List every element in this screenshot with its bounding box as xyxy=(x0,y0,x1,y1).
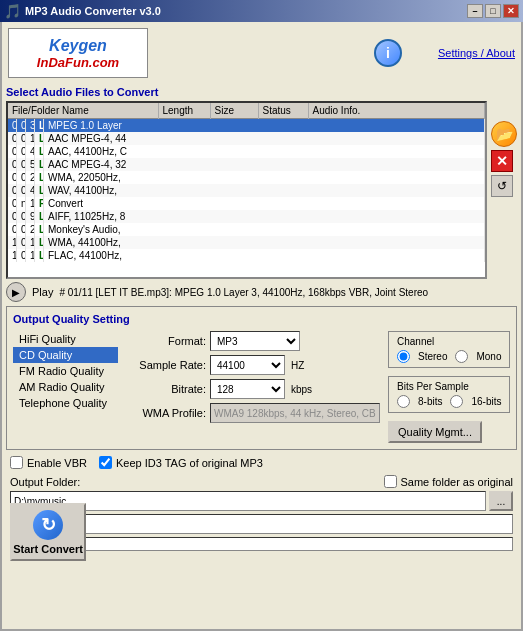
browse-button[interactable]: ... xyxy=(489,491,513,511)
output-folder-label: Output Folder: xyxy=(10,476,80,488)
8bits-radio[interactable] xyxy=(397,395,410,408)
mono-radio[interactable] xyxy=(455,350,468,363)
table-row[interactable]: 05 sample_wma.wma 0:09:26 2.2 MB Loaded … xyxy=(8,171,485,184)
same-folder-checkbox[interactable] xyxy=(384,475,397,488)
format-select[interactable]: MP3WAVOGGWMAAAC xyxy=(210,331,300,351)
cell-status: Loaded xyxy=(35,223,44,236)
cell-audio: FLAC, 44100Hz, xyxy=(44,249,485,262)
channel-box: Channel Stereo Mono xyxy=(388,331,510,368)
cell-length: 0:00:09 xyxy=(17,249,26,262)
cell-name: 09 sample_ape.ape xyxy=(8,223,17,236)
stereo-label: Stereo xyxy=(418,351,447,362)
cell-status: Loaded xyxy=(35,145,44,158)
cell-status: Loaded xyxy=(35,184,44,197)
app-icon: 🎵 xyxy=(4,3,21,19)
quality-settings: Format: MP3WAVOGGWMAAAC Sample Rate: 441… xyxy=(126,331,380,443)
table-row[interactable]: 06 My heart will go on.wav 0:04:38 46.8 … xyxy=(8,184,485,197)
play-button[interactable]: ▶ xyxy=(6,282,26,302)
cell-status: Loaded xyxy=(35,158,44,171)
refresh-icon[interactable]: ↺ xyxy=(491,175,513,197)
cell-size: 5.6 MB xyxy=(26,158,35,171)
add-files-icon[interactable]: 📂 xyxy=(491,121,517,147)
remove-icon[interactable]: ✕ xyxy=(491,150,513,172)
app-title: MP3 Audio Converter v3.0 xyxy=(25,5,161,17)
stereo-radio[interactable] xyxy=(397,350,410,363)
table-row[interactable]: 07 myaudiofiles n/a 10 files Folder Conv… xyxy=(8,197,485,210)
settings-link[interactable]: Settings / About xyxy=(438,47,515,59)
cell-size: 2.2 MB xyxy=(26,171,35,184)
table-scroll[interactable]: 01 LET IT BE.mp3 0:03:06 3.7 MB Loaded M… xyxy=(8,119,485,274)
quality-mgmt-button[interactable]: Quality Mgmt... xyxy=(388,421,482,443)
cell-name: 07 myaudiofiles xyxy=(8,197,17,210)
samplerate-select[interactable]: 441002205011025 xyxy=(210,355,285,375)
cell-length: n/a xyxy=(17,197,26,210)
table-row[interactable]: 01 LET IT BE.mp3 0:03:06 3.7 MB Loaded M… xyxy=(8,119,485,132)
16bits-label: 16-bits xyxy=(471,396,501,407)
16bits-radio[interactable] xyxy=(450,395,463,408)
bottom-section: ↻ Start Convert Output Folder: Same fold… xyxy=(10,475,513,551)
cell-audio: WMA, 44100Hz, xyxy=(44,236,485,249)
info-button[interactable]: i xyxy=(374,39,402,67)
quality-item[interactable]: AM Radio Quality xyxy=(13,379,118,395)
keep-id3-label: Keep ID3 TAG of original MP3 xyxy=(116,457,263,469)
cell-audio: AIFF, 11025Hz, 8 xyxy=(44,210,485,223)
quality-item[interactable]: HiFi Quality xyxy=(13,331,118,347)
play-label: Play xyxy=(32,286,53,298)
cell-status: Loaded xyxy=(35,210,44,223)
enable-vbr-checkbox[interactable] xyxy=(10,456,23,469)
cell-size: 939 KB xyxy=(26,210,35,223)
bitrate-select[interactable]: 12864192320 xyxy=(210,379,285,399)
maximize-button[interactable]: □ xyxy=(485,4,501,18)
bits-box: Bits Per Sample 8-bits 16-bits xyxy=(388,376,510,413)
play-bar: ▶ Play # 01/11 [LET IT BE.mp3]: MPEG 1.0… xyxy=(6,282,517,302)
minimize-button[interactable]: – xyxy=(467,4,483,18)
cell-name: 01 LET IT BE.mp3 xyxy=(8,119,17,132)
cell-name: 05 sample_wma.wma xyxy=(8,171,17,184)
quality-item[interactable]: FM Radio Quality xyxy=(13,363,118,379)
file-table-container: File/Folder Name Length Size Status Audi… xyxy=(6,101,487,279)
channel-title: Channel xyxy=(397,336,501,347)
file-table: File/Folder Name Length Size Status Audi… xyxy=(8,103,485,119)
file-data-table: 01 LET IT BE.mp3 0:03:06 3.7 MB Loaded M… xyxy=(8,119,485,262)
col-size: Size xyxy=(210,103,258,119)
close-button[interactable]: ✕ xyxy=(503,4,519,18)
cell-length: 0:03:20 xyxy=(17,132,26,145)
start-icon: ↻ xyxy=(33,510,63,540)
quality-item[interactable]: CD Quality xyxy=(13,347,118,363)
quality-section-title: Output Quality Setting xyxy=(13,313,510,325)
keep-id3-checkbox[interactable] xyxy=(99,456,112,469)
cell-audio: AAC, 44100Hz, C xyxy=(44,145,485,158)
cell-size: 3.7 MB xyxy=(26,119,35,132)
start-convert-button[interactable]: ↻ Start Convert xyxy=(10,503,86,561)
file-section-label: Select Audio Files to Convert xyxy=(6,86,517,98)
table-row[interactable]: 04 sample.mp4.mp4 0:05:14 5.6 MB Loaded … xyxy=(8,158,485,171)
quality-section: Output Quality Setting HiFi QualityCD Qu… xyxy=(6,306,517,450)
cell-size: 1.4 MB xyxy=(26,132,35,145)
table-row[interactable]: 02 samples_m4a.m4a 0:03:20 1.4 MB Loaded… xyxy=(8,132,485,145)
col-status: Status xyxy=(258,103,308,119)
cell-name: 10 sample_asf.asf xyxy=(8,236,17,249)
cell-size: 4.4 MB xyxy=(26,145,35,158)
cell-status: Folder xyxy=(35,197,44,210)
table-row[interactable]: 09 sample_ape.ape 0:04:32 29.8 MB Loaded… xyxy=(8,223,485,236)
quality-layout: HiFi QualityCD QualityFM Radio QualityAM… xyxy=(13,331,510,443)
keep-id3-row: Keep ID3 TAG of original MP3 xyxy=(99,456,263,469)
samplerate-unit: HZ xyxy=(291,360,304,371)
cell-audio: AAC MPEG-4, 32 xyxy=(44,158,485,171)
table-row[interactable]: 11 sample_flac.flac 0:00:09 1.3 MB Loade… xyxy=(8,249,485,262)
cell-size: 29.8 MB xyxy=(26,223,35,236)
cell-length: 0:04:38 xyxy=(17,184,26,197)
title-bar: 🎵 MP3 Audio Converter v3.0 – □ ✕ xyxy=(0,0,523,22)
cell-status: Loaded xyxy=(35,171,44,184)
table-row[interactable]: 08 sample.aif.aif 0:01:27 939 KB Loaded … xyxy=(8,210,485,223)
table-row[interactable]: 03 sample_aac.aac 0:03:19 4.4 MB Loaded … xyxy=(8,145,485,158)
wmaprofile-row: WMA Profile: xyxy=(126,403,380,423)
table-row[interactable]: 10 sample_asf.asf 0:00:28 1.8 MB Loaded … xyxy=(8,236,485,249)
logo-indafun: InDaFun.com xyxy=(37,55,119,71)
cell-length: 0:01:27 xyxy=(17,210,26,223)
cell-audio: WAV, 44100Hz, xyxy=(44,184,485,197)
cell-status: Loaded xyxy=(35,236,44,249)
file-info-text: # 01/11 [LET IT BE.mp3]: MPEG 1.0 Layer … xyxy=(59,287,428,298)
quality-item[interactable]: Telephone Quality xyxy=(13,395,118,411)
cell-length: 0:09:26 xyxy=(17,171,26,184)
